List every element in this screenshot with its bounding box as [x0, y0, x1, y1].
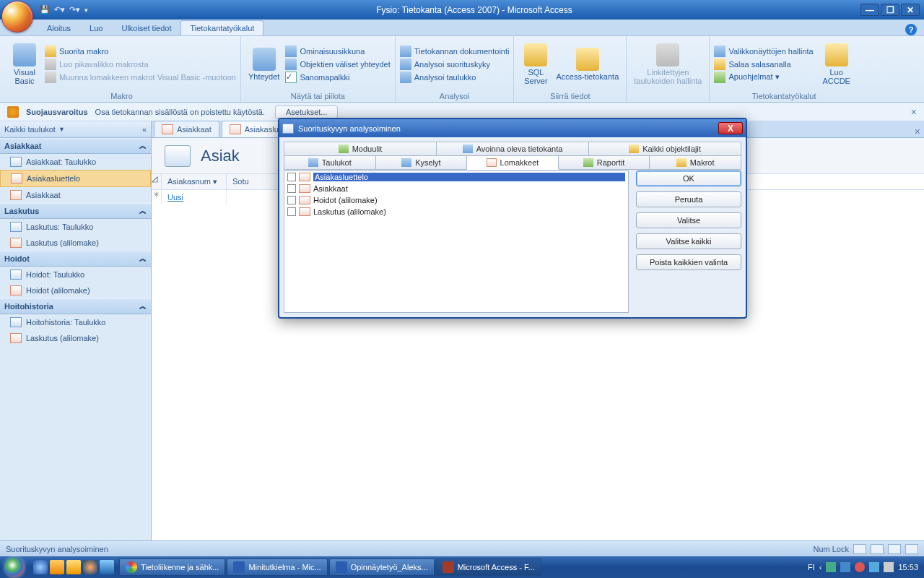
group-label: Makro — [7, 90, 236, 102]
start-button[interactable] — [0, 556, 29, 578]
message-bar-check[interactable]: ✓Sanomapalkki — [285, 71, 390, 84]
nav-item[interactable]: Hoidot: Taulukko — [0, 267, 151, 282]
checkbox[interactable] — [287, 184, 296, 193]
taskbar-button[interactable]: Minitutkielma - Mic... — [227, 558, 327, 576]
run-macro-button[interactable]: Suorita makro — [45, 45, 236, 58]
tray-chevron-icon[interactable]: ‹ — [819, 563, 822, 571]
tray-icon[interactable] — [855, 562, 865, 572]
volume-icon[interactable] — [884, 562, 894, 572]
nav-group-hoidot[interactable]: Hoidot︽ — [0, 251, 151, 267]
help-icon[interactable]: ? — [905, 24, 917, 35]
doc-tab[interactable]: Asiakkaat — [154, 121, 219, 137]
tray-icon[interactable] — [826, 562, 836, 572]
network-icon[interactable] — [869, 562, 879, 572]
nav-item[interactable]: Laskutus: Taulukko — [0, 219, 151, 235]
select-button[interactable]: Valitse — [636, 212, 741, 228]
tab-modules[interactable]: Moduulit — [284, 142, 437, 156]
object-list[interactable]: Asiakasluettelo Asiakkaat Hoidot (alilom… — [284, 171, 629, 313]
wmp-icon[interactable] — [83, 560, 97, 574]
relationships-button[interactable]: Yhteydet — [245, 38, 282, 90]
redo-icon[interactable]: ↷▾ — [69, 5, 80, 14]
cancel-button[interactable]: Peruuta — [636, 191, 741, 207]
select-all-button[interactable]: Valitse kaikki — [636, 233, 741, 249]
deps-icon — [285, 59, 297, 70]
mail-icon[interactable] — [66, 560, 81, 574]
list-item[interactable]: Asiakkaat — [284, 183, 628, 194]
performance-analyzer-dialog: Suorituskyvyn analysoiminen X Moduulit A… — [278, 118, 747, 319]
new-link[interactable]: Uusi — [167, 193, 183, 202]
tab-tables[interactable]: Taulukot — [284, 155, 376, 170]
nav-item[interactable]: Asiakkaat — [0, 187, 151, 203]
qat-dropdown-icon[interactable]: ▾ — [84, 7, 88, 14]
taskbar-button[interactable]: Microsoft Access - F... — [436, 558, 541, 576]
nav-item[interactable]: Laskutus (alilomake) — [0, 330, 151, 346]
nav-header[interactable]: Kaikki taulukot▼ « — [0, 121, 151, 138]
ok-button[interactable]: OK — [636, 171, 741, 186]
access-db-button[interactable]: Access-tietokanta — [553, 38, 622, 90]
tab-macros[interactable]: Makrot — [650, 155, 741, 170]
tray-icon[interactable] — [840, 562, 850, 572]
visual-basic-button[interactable]: Visual Basic — [7, 38, 42, 90]
minimize-button[interactable]: — — [860, 4, 879, 16]
view-design-button[interactable] — [905, 544, 918, 554]
checkbox[interactable] — [287, 196, 296, 204]
dialog-close-button[interactable]: X — [718, 122, 743, 134]
save-icon[interactable]: 💾 — [40, 5, 50, 14]
nav-group-hoitohistoria[interactable]: Hoitohistoria︽ — [0, 298, 151, 314]
column-header[interactable]: Asiakasnum ▾ — [162, 174, 227, 189]
convert-icon — [45, 72, 56, 83]
language-indicator[interactable]: FI — [808, 563, 815, 571]
db-documenter-button[interactable]: Tietokannan dokumentointi — [400, 45, 510, 58]
nav-item[interactable]: Asiakasluettelo — [0, 170, 151, 187]
collapse-icon[interactable]: « — [142, 125, 147, 134]
close-icon[interactable]: × — [911, 106, 917, 118]
nav-item[interactable]: Laskutus (alilomake) — [0, 235, 151, 251]
tab-queries[interactable]: Kyselyt — [376, 155, 468, 170]
nav-item[interactable]: Hoitohistoria: Taulukko — [0, 314, 151, 330]
nav-group-asiakkaat[interactable]: Asiakkaat︽ — [0, 138, 151, 154]
checkbox[interactable] — [287, 207, 296, 216]
tab-dbtools[interactable]: Tietokantatyökalut — [180, 20, 263, 35]
analyze-perf-button[interactable]: Analysoi suorituskyky — [400, 58, 510, 71]
security-options-button[interactable]: Asetukset... — [275, 105, 338, 118]
tab-create[interactable]: Luo — [80, 20, 112, 35]
nav-item[interactable]: Hoidot (alilomake) — [0, 282, 151, 298]
nav-item[interactable]: Asiakkaat: Taulukko — [0, 154, 151, 170]
close-tab-icon[interactable]: × — [915, 126, 920, 137]
row-selector-header[interactable]: ◿ — [152, 174, 162, 189]
tab-current-db[interactable]: Avoinna oleva tietokanta — [437, 142, 589, 156]
show-desktop-icon[interactable] — [100, 560, 114, 574]
tab-home[interactable]: Aloitus — [38, 20, 80, 35]
ie-icon[interactable] — [33, 560, 48, 574]
make-accde-button[interactable]: Luo ACCDE — [819, 38, 854, 90]
tab-external[interactable]: Ulkoiset tiedot — [112, 20, 180, 35]
view-layout-button[interactable] — [888, 544, 901, 554]
tab-forms[interactable]: Lomakkeet — [467, 155, 559, 170]
checkbox[interactable] — [287, 173, 296, 181]
sql-server-button[interactable]: SQL Server — [518, 38, 553, 90]
encrypt-button[interactable]: Salaa salasanalla — [714, 58, 813, 71]
tab-all-objects[interactable]: Kaikki objektilajit — [589, 142, 741, 156]
maximize-button[interactable]: ❐ — [881, 4, 899, 16]
nav-group-laskutus[interactable]: Laskutus︽ — [0, 203, 151, 219]
analyze-table-button[interactable]: Analysoi taulukko — [400, 71, 510, 84]
undo-icon[interactable]: ↶▾ — [54, 5, 65, 14]
tab-reports[interactable]: Raportit — [559, 155, 650, 170]
list-item[interactable]: Hoidot (alilomake) — [284, 194, 628, 206]
view-datasheet-button[interactable] — [871, 544, 884, 554]
switchboard-button[interactable]: Valikkonäyttöjen hallinta — [714, 45, 813, 58]
list-item[interactable]: Asiakasluettelo — [284, 171, 628, 183]
taskbar-button[interactable]: Tietoliikenne ja sähk... — [119, 558, 225, 576]
explorer-icon[interactable] — [50, 560, 64, 574]
office-button[interactable] — [1, 1, 33, 33]
dialog-titlebar[interactable]: Suorituskyvyn analysoiminen X — [279, 119, 746, 137]
taskbar-button[interactable]: Opinnäytetyö_Aleks... — [329, 558, 435, 576]
view-form-button[interactable] — [853, 544, 866, 554]
addins-button[interactable]: Apuohjelmat ▾ — [714, 71, 813, 84]
clock[interactable]: 15:53 — [898, 563, 918, 571]
object-deps-button[interactable]: Objektien väliset yhteydet — [285, 58, 390, 71]
list-item[interactable]: Laskutus (alilomake) — [284, 206, 628, 217]
deselect-all-button[interactable]: Poista kaikkien valinta — [636, 254, 741, 270]
close-button[interactable]: ✕ — [901, 4, 920, 16]
property-sheet-button[interactable]: Ominaisuusikkuna — [285, 45, 390, 58]
